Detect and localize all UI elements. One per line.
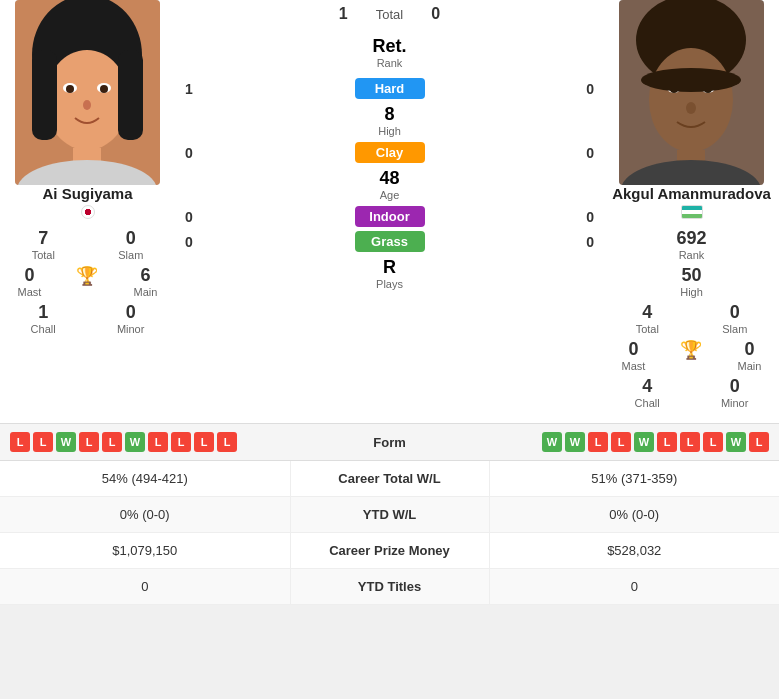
form-label: Form bbox=[330, 435, 450, 450]
player2-form-badge-7: L bbox=[703, 432, 723, 452]
stats-row-p2-val-2: $528,032 bbox=[490, 533, 780, 568]
player1-form-badge-6: L bbox=[148, 432, 168, 452]
stats-row-2: $1,079,150Career Prize Money$528,032 bbox=[0, 533, 779, 569]
player1-form-badge-9: L bbox=[217, 432, 237, 452]
player1-chall-minor: 1 Chall 0 Minor bbox=[0, 302, 175, 335]
hard-row: 1 Hard 0 bbox=[185, 78, 594, 99]
plays-label: Plays bbox=[376, 278, 403, 290]
p1-indoor: 0 bbox=[185, 209, 193, 225]
stats-row-p2-val-1: 0% (0-0) bbox=[490, 497, 780, 532]
player2-form-badge-6: L bbox=[680, 432, 700, 452]
high-value: 8 bbox=[384, 104, 394, 125]
p1-grass: 0 bbox=[185, 234, 193, 250]
high-block: 8 High bbox=[185, 104, 594, 137]
stats-row-label-1: YTD W/L bbox=[290, 497, 490, 532]
plays-block: R Plays bbox=[185, 257, 594, 290]
clay-row: 0 Clay 0 bbox=[185, 142, 594, 163]
stats-row-label-0: Career Total W/L bbox=[290, 461, 490, 496]
main-container: Ai Sugiyama 7 Total 0 Slam bbox=[0, 0, 779, 605]
stats-row-p1-val-0: 54% (494-421) bbox=[0, 461, 290, 496]
player2-mast-main: 0 Mast 🏆 0 Main bbox=[604, 339, 779, 372]
player1-svg bbox=[15, 0, 160, 185]
stats-row-p2-val-3: 0 bbox=[490, 569, 780, 604]
svg-point-5 bbox=[66, 85, 74, 93]
stats-row-label-2: Career Prize Money bbox=[290, 533, 490, 568]
player1-flag-row bbox=[81, 205, 95, 219]
player2-slam: 0 Slam bbox=[722, 302, 747, 335]
player1-photo bbox=[15, 0, 160, 185]
age-value: 48 bbox=[379, 168, 399, 189]
player2-area: Akgul Amanmuradova 692 Rank 50 High bbox=[604, 0, 779, 423]
player2-form-badge-9: L bbox=[749, 432, 769, 452]
player1-chall: 1 Chall bbox=[31, 302, 56, 335]
player2-form-badge-8: W bbox=[726, 432, 746, 452]
player2-minor: 0 Minor bbox=[721, 376, 749, 409]
p1-hard: 1 bbox=[185, 81, 193, 97]
player1-stat-rows: 7 Total 0 Slam 0 Mast 🏆 bbox=[0, 224, 175, 339]
grass-badge: Grass bbox=[355, 231, 425, 252]
svg-point-7 bbox=[83, 100, 91, 110]
player2-form-badge-3: L bbox=[611, 432, 631, 452]
p2-grass: 0 bbox=[586, 234, 594, 250]
players-area: Ai Sugiyama 7 Total 0 Slam bbox=[0, 0, 779, 423]
player1-slam: 0 Slam bbox=[118, 228, 143, 261]
ret-value: Ret. bbox=[372, 36, 406, 57]
player1-form-badge-0: L bbox=[10, 432, 30, 452]
player1-main: 6 Main bbox=[134, 265, 158, 298]
player1-mast: 0 Mast bbox=[18, 265, 42, 298]
player1-form-badge-1: L bbox=[33, 432, 53, 452]
p2-clay: 0 bbox=[586, 145, 594, 161]
player2-total: 4 Total bbox=[636, 302, 659, 335]
player2-photo bbox=[619, 0, 764, 185]
svg-point-22 bbox=[641, 68, 741, 92]
center-area: 1 Total 0 Ret. Rank 1 Hard 0 8 High bbox=[175, 0, 604, 423]
svg-point-6 bbox=[100, 85, 108, 93]
clay-badge: Clay bbox=[355, 142, 425, 163]
player1-name: Ai Sugiyama bbox=[42, 185, 132, 202]
stats-table: 54% (494-421)Career Total W/L51% (371-35… bbox=[0, 460, 779, 605]
player1-minor: 0 Minor bbox=[117, 302, 145, 335]
player2-form-badge-0: W bbox=[542, 432, 562, 452]
stats-row-p1-val-1: 0% (0-0) bbox=[0, 497, 290, 532]
player2-form-badge-5: L bbox=[657, 432, 677, 452]
player1-area: Ai Sugiyama 7 Total 0 Slam bbox=[0, 0, 175, 423]
grass-row: 0 Grass 0 bbox=[185, 231, 594, 252]
stats-row-1: 0% (0-0)YTD W/L0% (0-0) bbox=[0, 497, 779, 533]
player1-form-badge-3: L bbox=[79, 432, 99, 452]
player1-form-badge-4: L bbox=[102, 432, 122, 452]
player2-flag-row bbox=[681, 205, 703, 219]
age-label: Age bbox=[380, 189, 400, 201]
player2-name: Akgul Amanmuradova bbox=[612, 185, 771, 202]
player2-form-badge-1: W bbox=[565, 432, 585, 452]
hard-badge: Hard bbox=[355, 78, 425, 99]
total-label: Total bbox=[376, 7, 403, 22]
player2-rank-row: 692 Rank bbox=[604, 228, 779, 261]
p1-wins: 1 bbox=[339, 5, 348, 23]
total-row: 1 Total 0 bbox=[331, 5, 448, 23]
stats-row-p1-val-2: $1,079,150 bbox=[0, 533, 290, 568]
svg-rect-10 bbox=[32, 50, 57, 140]
player1-total-slam: 7 Total 0 Slam bbox=[0, 228, 175, 261]
plays-value: R bbox=[383, 257, 396, 278]
surface-rows: 1 Hard 0 8 High 0 Clay 0 48 Age bbox=[185, 74, 594, 295]
player2-trophy: 🏆 bbox=[680, 339, 702, 372]
form-section: LLWLLWLLLL Form WWLLWLLLWL bbox=[0, 423, 779, 460]
rank-label: Rank bbox=[377, 57, 403, 69]
high-label: High bbox=[378, 125, 401, 137]
player2-svg bbox=[619, 0, 764, 185]
player2-stat-rows: 692 Rank 50 High 4 Total 0 bbox=[604, 224, 779, 413]
player2-main: 0 Main bbox=[738, 339, 762, 372]
player2-rank: 692 Rank bbox=[676, 228, 706, 261]
indoor-row: 0 Indoor 0 bbox=[185, 206, 594, 227]
player2-form-badge-4: W bbox=[634, 432, 654, 452]
player2-mast: 0 Mast bbox=[622, 339, 646, 372]
player1-form-badge-5: W bbox=[125, 432, 145, 452]
player1-total: 7 Total bbox=[32, 228, 55, 261]
player2-form-badge-2: L bbox=[588, 432, 608, 452]
svg-rect-11 bbox=[118, 50, 143, 140]
player2-chall: 4 Chall bbox=[635, 376, 660, 409]
player2-total-slam: 4 Total 0 Slam bbox=[604, 302, 779, 335]
player1-form-badge-7: L bbox=[171, 432, 191, 452]
player2-high: 50 High bbox=[680, 265, 703, 298]
player1-form: LLWLLWLLLL bbox=[10, 432, 330, 452]
